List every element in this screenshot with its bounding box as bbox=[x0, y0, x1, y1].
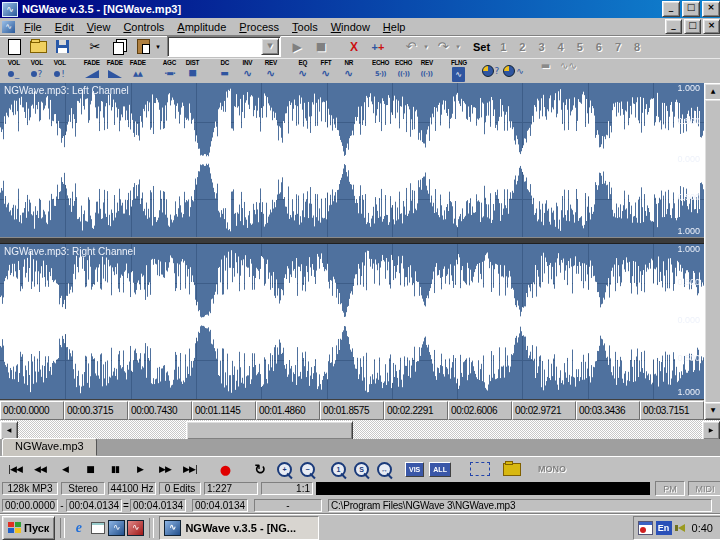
stop-button-disabled[interactable]: ■ bbox=[310, 37, 332, 57]
stop-playback-button[interactable]: ■ bbox=[78, 459, 102, 479]
loop-button[interactable]: ↻ bbox=[248, 459, 272, 479]
ngwave-blue-shortcut[interactable]: ∿ bbox=[108, 520, 125, 537]
volume-tray-icon[interactable] bbox=[675, 524, 685, 532]
reverse-button[interactable]: REV ∿ bbox=[259, 59, 282, 82]
zoom-all-button[interactable]: ↔ bbox=[373, 459, 396, 479]
zoom-in-button[interactable]: + bbox=[273, 459, 296, 479]
horizontal-scrollbar[interactable]: ◀ ▶ bbox=[0, 420, 720, 439]
marker-slot-button[interactable]: 5 bbox=[577, 41, 583, 53]
internet-explorer-shortcut[interactable]: e bbox=[70, 520, 87, 537]
horizontal-scrollbar-thumb[interactable] bbox=[186, 421, 353, 440]
play-forward-button[interactable]: ▶ bbox=[128, 459, 152, 479]
paste-button[interactable] bbox=[132, 37, 154, 57]
marker-slot-button[interactable]: 3 bbox=[538, 41, 544, 53]
menu-item[interactable]: View bbox=[81, 19, 118, 35]
vertical-scrollbar-thumb[interactable] bbox=[704, 99, 720, 406]
menu-item[interactable]: Edit bbox=[49, 19, 81, 35]
forward-button[interactable]: ▶▶ bbox=[153, 459, 177, 479]
marker-slot-button[interactable]: 1 bbox=[500, 41, 506, 53]
scroll-down-button[interactable]: ▼ bbox=[704, 402, 720, 420]
redo-dropdown-arrow[interactable]: ▾ bbox=[454, 43, 462, 51]
copy-selection-button[interactable] bbox=[503, 463, 521, 476]
fade-in-button[interactable]: FADE bbox=[80, 59, 103, 82]
fade-custom-button[interactable]: FADE ▲▲ bbox=[126, 59, 149, 82]
ngwave-red-shortcut[interactable]: ∿ bbox=[127, 520, 144, 537]
timer-curve-button[interactable]: ∿ bbox=[502, 59, 525, 82]
mdi-minimize-button[interactable]: _ bbox=[665, 19, 682, 34]
scroll-right-button[interactable]: ▶ bbox=[702, 421, 720, 440]
marker-slot-button[interactable]: 4 bbox=[558, 41, 564, 53]
rewind-button[interactable]: ◀◀ bbox=[28, 459, 52, 479]
preset-combobox[interactable]: ▼ bbox=[167, 36, 281, 57]
menu-item[interactable]: Window bbox=[325, 19, 377, 35]
play-button-disabled[interactable]: ▶ bbox=[286, 37, 308, 57]
channel-splitter[interactable] bbox=[0, 237, 704, 244]
flanger-button[interactable]: FLNG ∿ bbox=[447, 59, 470, 82]
volume-button[interactable]: VOL _ bbox=[2, 59, 25, 82]
right-channel-waveform[interactable] bbox=[0, 244, 704, 399]
echo-simple-button[interactable]: ECHO 5∙)) bbox=[369, 59, 392, 82]
save-file-button[interactable] bbox=[51, 37, 73, 57]
new-file-button[interactable] bbox=[3, 37, 25, 57]
menu-item[interactable]: Tools bbox=[286, 19, 325, 35]
menu-item[interactable]: Help bbox=[377, 19, 413, 35]
left-channel-waveform[interactable] bbox=[0, 83, 704, 237]
zoom-normal-button[interactable]: 1 bbox=[327, 459, 350, 479]
volume-adjust-button[interactable]: VOL ! bbox=[48, 59, 71, 82]
menu-item[interactable]: Controls bbox=[117, 19, 171, 35]
zoom-selection-button[interactable]: S bbox=[350, 459, 373, 479]
fft-filter-button[interactable]: FFT ∿ bbox=[314, 59, 337, 82]
combobox-dropdown-arrow[interactable]: ▼ bbox=[261, 38, 279, 55]
go-end-button[interactable]: ▶▶| bbox=[178, 459, 202, 479]
echo-stereo-button[interactable]: ECHO ((∙)) bbox=[392, 59, 415, 82]
equalizer-button[interactable]: EQ ∿ bbox=[291, 59, 314, 82]
show-desktop-shortcut[interactable] bbox=[89, 520, 106, 537]
zoom-out-button[interactable]: − bbox=[296, 459, 319, 479]
record-button[interactable]: ● bbox=[213, 459, 237, 479]
close-button[interactable]: × bbox=[702, 1, 720, 17]
selection-button[interactable] bbox=[470, 462, 490, 476]
dc-offset-button[interactable]: DC ▬ bbox=[213, 59, 236, 82]
noise-reduction-button[interactable]: NR ∿ bbox=[337, 59, 360, 82]
timer-question-button[interactable]: ? bbox=[479, 59, 502, 82]
paste-dropdown-arrow[interactable]: ▾ bbox=[154, 43, 162, 51]
open-file-button[interactable] bbox=[27, 37, 49, 57]
volume-dialog-button[interactable]: VOL ? bbox=[25, 59, 48, 82]
marker-slot-button[interactable]: 6 bbox=[596, 41, 602, 53]
go-start-button[interactable]: |◀◀ bbox=[3, 459, 27, 479]
restore-button[interactable]: □ bbox=[682, 1, 700, 17]
tab-ngwave-mp3[interactable]: NGWave.mp3 bbox=[2, 438, 97, 456]
copy-button[interactable] bbox=[108, 37, 130, 57]
play-backward-button[interactable]: ◀ bbox=[53, 459, 77, 479]
start-button[interactable]: Пуск bbox=[2, 516, 55, 540]
menu-item[interactable]: Process bbox=[233, 19, 286, 35]
agc-button[interactable]: AGC ∙▬∙ bbox=[158, 59, 181, 82]
ngwave-task-button[interactable]: ∿ NGWave v.3.5 - [NG... bbox=[159, 516, 319, 540]
fade-out-button[interactable]: FADE bbox=[103, 59, 126, 82]
menu-item[interactable]: Amplitude bbox=[171, 19, 233, 35]
distortion-button[interactable]: DIST ▬ bbox=[181, 59, 204, 82]
undo-button[interactable]: ↶ bbox=[400, 37, 422, 57]
mdi-document-icon[interactable]: ∿ bbox=[2, 21, 15, 33]
language-indicator[interactable]: En bbox=[656, 521, 672, 535]
marker-slot-button[interactable]: 2 bbox=[519, 41, 525, 53]
vertical-scrollbar[interactable]: ▲ ▼ bbox=[704, 83, 720, 420]
mdi-close-button[interactable]: × bbox=[703, 19, 720, 34]
play-visible-button[interactable]: VIS bbox=[405, 462, 424, 477]
reverb-button[interactable]: REV ((∙)) bbox=[415, 59, 438, 82]
marker-slot-button[interactable]: 8 bbox=[634, 41, 640, 53]
cut-button[interactable]: ✂ bbox=[84, 37, 106, 57]
delete-button[interactable]: X bbox=[343, 37, 365, 57]
markers-button[interactable]: ++ bbox=[367, 37, 389, 57]
wave-tool-button[interactable]: ∿∿ bbox=[557, 59, 580, 82]
line-tool-button[interactable]: ▬ bbox=[534, 59, 557, 82]
mono-toggle-button[interactable]: MONO bbox=[538, 464, 566, 474]
menu-item[interactable]: File bbox=[18, 19, 49, 35]
undo-dropdown-arrow[interactable]: ▾ bbox=[422, 43, 430, 51]
pause-button[interactable]: ▮▮ bbox=[103, 459, 127, 479]
invert-button[interactable]: INV ∿ bbox=[236, 59, 259, 82]
play-all-button[interactable]: ALL bbox=[429, 462, 451, 477]
mdi-restore-button[interactable]: □ bbox=[684, 19, 701, 34]
marker-slot-button[interactable]: 7 bbox=[615, 41, 621, 53]
redo-button[interactable]: ↷ bbox=[432, 37, 454, 57]
